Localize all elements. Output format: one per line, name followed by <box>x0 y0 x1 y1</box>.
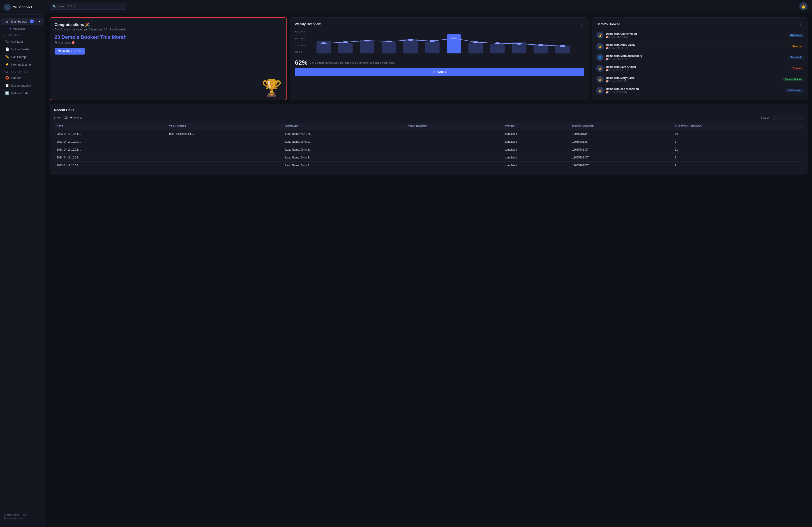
demos-list: 👩 Demo with Cathie Wood 📅 21 Jul | 08:20… <box>596 30 803 96</box>
docs-icon: 📋 <box>5 84 9 87</box>
table-cell: completed <box>502 162 569 169</box>
svg-point-17 <box>343 41 348 43</box>
demo-tag: General Motors <box>783 78 803 81</box>
demos-more-options-icon[interactable]: ⋮ <box>799 21 803 27</box>
sidebar: 📞 Call Connect ⌂ Dashboards 1 ▾ Analytic… <box>0 0 45 527</box>
search-table-label: Search: <box>761 116 770 119</box>
entries-select[interactable]: 10 25 50 <box>62 115 73 120</box>
weekly-card: Weekly Overview ⋮ 90K 60K 30K 0K <box>291 17 589 100</box>
show-entries-control: Show 10 25 50 entries <box>54 115 82 120</box>
table-cell: 12055781357 <box>569 154 672 162</box>
dashboard-badge: 1 <box>30 19 34 24</box>
sidebar-footer: $ Subscription: "Paid" 🏛 Calls Left: NaN <box>0 511 45 523</box>
call-logs-label: Call Logs <box>11 40 24 43</box>
table-row[interactable]: 2023-04-19 10:05:...Lead Name: John S...… <box>54 162 803 169</box>
table-column-header: TRANSCRIPT <box>166 123 282 130</box>
demo-time: 📅 21 Jul | 08:20-8:50 <box>606 36 786 38</box>
main-panel: 🔍 🧑 Congratulations 🎉 Call Connect has s… <box>45 0 812 527</box>
avatar[interactable]: 🧑 <box>799 2 808 10</box>
table-cell <box>166 146 282 154</box>
support-icon: 🛟 <box>5 76 9 79</box>
svg-rect-10 <box>447 34 461 54</box>
table-cell <box>166 154 282 162</box>
congrats-subtitle: Call Connect has saved you 3 hours and 2… <box>55 28 282 31</box>
weekly-title: Weekly Overview <box>295 22 320 26</box>
demo-tag: Ark Invest <box>789 34 803 37</box>
table-row[interactable]: 2023-04-18 19:44:...user: assistant: Hi … <box>54 130 803 138</box>
content-area: Congratulations 🎉 Call Connect has saved… <box>45 13 812 527</box>
view-call-logs-button[interactable]: VIEW CALL LOGS <box>55 48 85 55</box>
demos-booked-card: Demo's Booked ⋮ 👩 Demo with Cathie Wood … <box>592 17 808 100</box>
svg-point-16 <box>321 42 327 44</box>
congrats-demos: 23 Demo's Booked This Month <box>55 34 282 40</box>
table-cell: completed <box>502 154 569 162</box>
upload-icon: 📄 <box>5 47 9 51</box>
table-cell: 9 <box>672 154 803 162</box>
demo-name: Demo with Sam Altman <box>606 65 789 69</box>
table-cell: 2023-04-19 10:05:... <box>54 162 166 169</box>
table-cell: 1 <box>672 138 803 146</box>
table-column-header: DEMO BOOKED <box>405 123 502 130</box>
chevron-down-icon: ▾ <box>39 20 40 23</box>
sidebar-item-refresh-data[interactable]: 🔄 Refresh Data <box>1 90 44 97</box>
table-cell: 12055781357 <box>569 162 672 169</box>
recent-calls-table: DATETRANSCRIPTSUMMARYDEMO BOOKEDSTATUSPH… <box>54 123 803 169</box>
table-column-header: SUMMARY <box>282 123 405 130</box>
table-search-input[interactable] <box>772 115 803 120</box>
table-header-row: DATETRANSCRIPTSUMMARYDEMO BOOKEDSTATUSPH… <box>54 123 803 130</box>
table-row[interactable]: 2023-04-19 10:03:...Lead Name: John S...… <box>54 154 803 162</box>
demo-info: Demo with Sam Altman 📅 21 Jul | 11:30-12… <box>606 65 789 72</box>
pct-description: Call Connect has booked 35% more demo's … <box>310 61 584 64</box>
svg-text:30K: 30K <box>295 44 306 46</box>
demo-info: Demo with Mark Zuckerberg 📅 21 Jul | 10:… <box>606 54 787 60</box>
table-cell: 12055781357 <box>569 138 672 146</box>
svg-rect-7 <box>382 42 396 54</box>
search-input[interactable] <box>58 5 124 8</box>
more-options-icon[interactable]: ⋮ <box>580 21 584 27</box>
demo-avatar: 👩 <box>596 32 604 39</box>
svg-rect-11 <box>468 43 483 54</box>
table-cell: user: assistant: Hi t... <box>166 130 282 138</box>
table-cell: Lead Name: John S... <box>282 146 405 154</box>
sidebar-item-prompt-testing[interactable]: ⚡ Prompt Testing <box>1 61 44 68</box>
table-column-header: PHONE NUMBER <box>569 123 672 130</box>
demo-avatar: 👩 <box>596 76 604 83</box>
svg-text:90K: 90K <box>295 31 306 33</box>
demo-tag: Open AI <box>791 67 803 70</box>
table-cell: 2023-04-19 10:02:... <box>54 146 166 154</box>
demo-time: 📅 21 Jul | 10:40-11:10 <box>606 58 787 60</box>
edit-icon: ✏️ <box>5 55 9 59</box>
sidebar-item-dashboards[interactable]: ⌂ Dashboards 1 ▾ <box>1 18 44 25</box>
demo-name: Demo with Mary Barra <box>606 76 781 79</box>
quick-links-section-label: QUICK LINKS <box>0 32 45 37</box>
congrats-card: Congratulations 🎉 Call Connect has saved… <box>49 17 287 100</box>
demo-name: Demo with Zac Nicholson <box>606 88 783 91</box>
table-row[interactable]: 2023-04-19 10:02:...Lead Name: John S...… <box>54 146 803 154</box>
svg-point-18 <box>364 40 370 42</box>
sidebar-item-documentation[interactable]: 📋 Documentation <box>1 82 44 89</box>
phone-icon: 📞 <box>5 40 9 43</box>
chart-area: 90K 60K 30K 0K <box>295 30 584 57</box>
details-button[interactable]: DETAILS <box>295 68 584 76</box>
analytics-label: Analytics <box>13 27 25 30</box>
table-cell <box>405 162 502 169</box>
search-bar[interactable]: 🔍 <box>49 3 126 10</box>
sidebar-item-upload-leads[interactable]: 📄 Upload Leads <box>1 46 44 53</box>
sidebar-item-analytics[interactable]: Analytics <box>1 26 44 32</box>
dot-icon <box>10 28 11 30</box>
sidebar-dashboards-label: Dashboards <box>11 20 27 23</box>
dashboard-row: Congratulations 🎉 Call Connect has saved… <box>49 17 808 100</box>
svg-point-23 <box>473 41 479 43</box>
sidebar-item-call-logs[interactable]: 📞 Call Logs <box>1 38 44 45</box>
sidebar-item-edit-prompt[interactable]: ✏️ Edit Prompt <box>1 53 44 60</box>
entries-label: entries <box>74 116 82 119</box>
table-column-header: STATUS <box>502 123 569 130</box>
table-row[interactable]: 2023-04-19 10:01:...Lead Name: John S...… <box>54 138 803 146</box>
show-label: Show <box>54 116 61 119</box>
sidebar-item-support[interactable]: 🛟 Support <box>1 74 44 81</box>
congrats-title: Congratulations 🎉 <box>55 22 282 27</box>
weekly-card-header: Weekly Overview ⋮ <box>295 21 584 27</box>
table-cell: 11 <box>672 146 803 154</box>
percentage-badge: 62% <box>295 59 307 66</box>
demo-time: 📅 21 Jul | 11:30-12:00 <box>606 69 789 72</box>
